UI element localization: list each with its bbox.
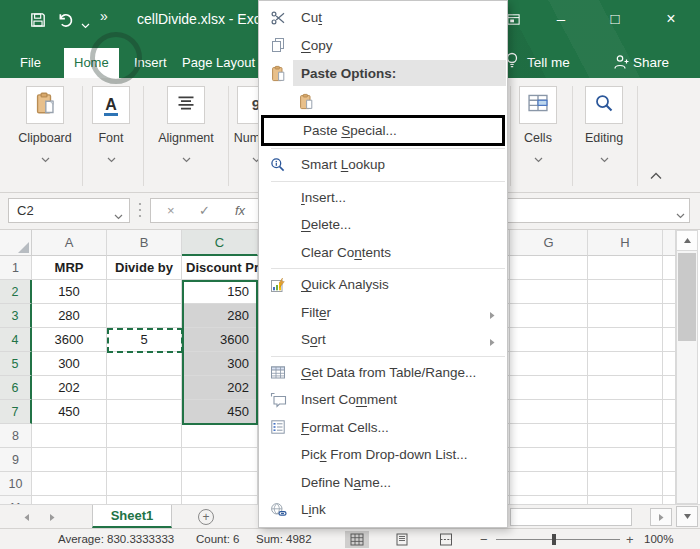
cell-H4[interactable] xyxy=(588,328,663,352)
new-sheet-button[interactable]: + xyxy=(198,509,214,525)
ribbon-display-options-icon[interactable] xyxy=(506,12,522,28)
zoom-in-button[interactable]: + xyxy=(626,529,634,549)
cell-G4[interactable] xyxy=(510,328,588,352)
tab-file[interactable]: File xyxy=(10,48,51,78)
cell-B9[interactable] xyxy=(107,448,182,472)
scroll-right-button[interactable] xyxy=(650,508,672,526)
cell-G2[interactable] xyxy=(510,280,588,304)
row-header-11[interactable]: 11 xyxy=(0,496,32,504)
cell-B2[interactable] xyxy=(107,280,182,304)
zoom-slider-track[interactable] xyxy=(496,539,620,540)
cell-H10[interactable] xyxy=(588,472,663,496)
undo-button[interactable] xyxy=(56,10,76,30)
cell-G8[interactable] xyxy=(510,424,588,448)
undo-dropdown-chevron-icon[interactable] xyxy=(80,16,90,36)
cell-H11[interactable] xyxy=(588,496,663,504)
view-normal-button[interactable] xyxy=(345,531,369,548)
cell-H9[interactable] xyxy=(588,448,663,472)
chevron-down-icon[interactable] xyxy=(7,149,83,157)
cell-B4[interactable]: 5 xyxy=(107,328,182,352)
sheet-prev-button[interactable] xyxy=(20,511,32,523)
vertical-scrollbar[interactable] xyxy=(676,230,698,504)
menu-item-cut[interactable]: Cut xyxy=(259,4,507,32)
zoom-slider-handle[interactable] xyxy=(552,534,556,545)
menu-paste-option-button[interactable] xyxy=(259,87,507,115)
ribbon-group-button-clipboard[interactable] xyxy=(26,86,64,124)
tell-me[interactable]: Tell me xyxy=(527,48,570,78)
cell-H1[interactable] xyxy=(588,256,663,280)
view-page-break-button[interactable] xyxy=(434,531,458,548)
tab-page-layout[interactable]: Page Layout xyxy=(172,48,265,78)
menu-item-insert[interactable]: Insert... xyxy=(259,184,507,212)
name-box[interactable]: C2 xyxy=(8,198,130,223)
ribbon-group-button-editing[interactable] xyxy=(585,86,623,124)
menu-item-link[interactable]: Link xyxy=(259,496,507,524)
tab-insert[interactable]: Insert xyxy=(124,48,177,78)
cell-C5[interactable]: 300 xyxy=(182,352,258,376)
cell-A11[interactable] xyxy=(32,496,107,504)
cell-H8[interactable] xyxy=(588,424,663,448)
cell-sliver[interactable] xyxy=(663,256,676,280)
cell-sliver[interactable] xyxy=(663,424,676,448)
cell-G3[interactable] xyxy=(510,304,588,328)
chevron-down-icon[interactable] xyxy=(148,149,224,157)
horizontal-scroll-thumb[interactable] xyxy=(510,508,632,526)
cancel-icon[interactable]: × xyxy=(167,199,175,222)
ribbon-group-button-cells[interactable] xyxy=(519,86,557,124)
cell-H2[interactable] xyxy=(588,280,663,304)
cell-G5[interactable] xyxy=(510,352,588,376)
row-header-3[interactable]: 3 xyxy=(0,304,32,328)
cell-C7[interactable]: 450 xyxy=(182,400,258,424)
share-button[interactable]: Share xyxy=(633,48,669,78)
col-header-h[interactable]: H xyxy=(588,230,663,256)
cell-G10[interactable] xyxy=(510,472,588,496)
cell-sliver[interactable] xyxy=(663,400,676,424)
cell-A7[interactable]: 450 xyxy=(32,400,107,424)
chevron-down-icon[interactable] xyxy=(566,149,642,157)
menu-item-define-name[interactable]: Define Name... xyxy=(259,469,507,497)
cell-A8[interactable] xyxy=(32,424,107,448)
cell-sliver[interactable] xyxy=(663,472,676,496)
select-all-button[interactable] xyxy=(0,230,32,256)
vertical-scroll-thumb[interactable] xyxy=(678,253,696,341)
cell-H7[interactable] xyxy=(588,400,663,424)
cell-A9[interactable] xyxy=(32,448,107,472)
menu-item-smart-lookup[interactable]: Smart Lookup xyxy=(259,151,507,179)
menu-item-filter[interactable]: Filter xyxy=(259,299,507,327)
col-header-a[interactable]: A xyxy=(32,230,107,256)
qat-more-button[interactable]: » xyxy=(100,8,107,24)
row-header-5[interactable]: 5 xyxy=(0,352,32,376)
menu-item-format-cells[interactable]: Format Cells... xyxy=(259,414,507,442)
cell-C6[interactable]: 202 xyxy=(182,376,258,400)
close-button[interactable]: × xyxy=(656,6,686,32)
col-header-b[interactable]: B xyxy=(107,230,182,256)
cell-sliver[interactable] xyxy=(663,448,676,472)
menu-item-get-data-from-table-range[interactable]: Get Data from Table/Range... xyxy=(259,359,507,387)
row-header-2[interactable]: 2 xyxy=(0,280,32,304)
chevron-down-icon[interactable] xyxy=(500,149,576,157)
menu-item-paste-special[interactable]: Paste Special... xyxy=(261,115,505,146)
cell-sliver[interactable] xyxy=(663,304,676,328)
cell-G6[interactable] xyxy=(510,376,588,400)
cell-sliver[interactable] xyxy=(663,328,676,352)
cell-A1[interactable]: MRP xyxy=(32,256,107,280)
cell-B11[interactable] xyxy=(107,496,182,504)
enter-icon[interactable]: ✓ xyxy=(199,199,210,222)
col-header-c[interactable]: C xyxy=(182,230,258,256)
cell-B7[interactable] xyxy=(107,400,182,424)
name-box-dropdown-icon[interactable] xyxy=(114,208,123,215)
collapse-ribbon-button[interactable] xyxy=(650,166,664,176)
maximize-button[interactable]: □ xyxy=(600,6,630,32)
row-header-6[interactable]: 6 xyxy=(0,376,32,400)
cell-C4[interactable]: 3600 xyxy=(182,328,258,352)
menu-item-insert-comment[interactable]: Insert Comment xyxy=(259,386,507,414)
cell-A3[interactable]: 280 xyxy=(32,304,107,328)
cell-C9[interactable] xyxy=(182,448,258,472)
cell-B5[interactable] xyxy=(107,352,182,376)
tab-home[interactable]: Home xyxy=(64,48,119,78)
ribbon-group-button-alignment[interactable] xyxy=(167,86,205,124)
cell-C10[interactable] xyxy=(182,472,258,496)
cell-C8[interactable] xyxy=(182,424,258,448)
row-header-8[interactable]: 8 xyxy=(0,424,32,448)
cell-A5[interactable]: 300 xyxy=(32,352,107,376)
